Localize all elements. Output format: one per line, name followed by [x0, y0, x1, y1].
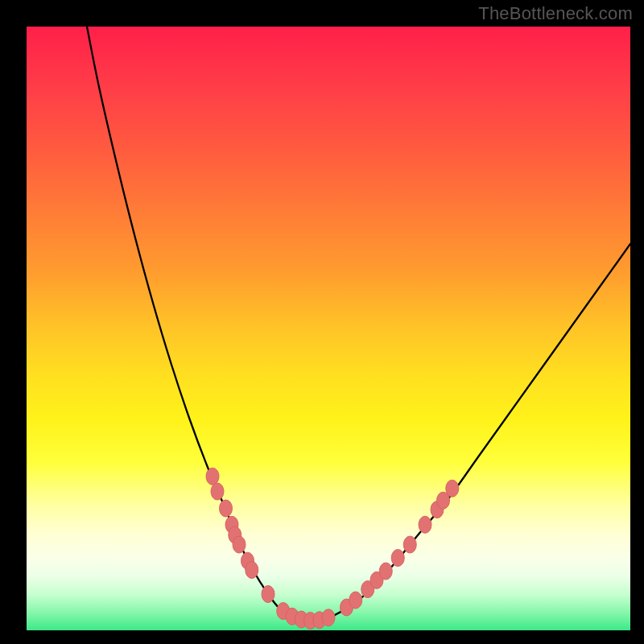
- chart-marker: [379, 563, 392, 580]
- chart-marker: [391, 550, 404, 567]
- chart-marker: [220, 500, 233, 517]
- watermark-text: TheBottleneck.com: [478, 3, 633, 24]
- chart-frame: TheBottleneck.com: [0, 0, 644, 644]
- chart-marker: [262, 586, 275, 603]
- chart-marker: [206, 468, 219, 485]
- chart-marker: [349, 592, 362, 609]
- chart-marker: [419, 516, 431, 533]
- chart-marker: [446, 480, 459, 497]
- chart-markers: [206, 468, 459, 629]
- chart-marker: [211, 483, 224, 500]
- chart-marker: [246, 562, 258, 579]
- chart-marker: [403, 536, 416, 553]
- chart-marker: [322, 609, 335, 626]
- chart-svg: [27, 27, 630, 630]
- bottleneck-curve: [87, 27, 630, 621]
- chart-marker: [233, 536, 246, 553]
- chart-plot-area: [27, 27, 630, 630]
